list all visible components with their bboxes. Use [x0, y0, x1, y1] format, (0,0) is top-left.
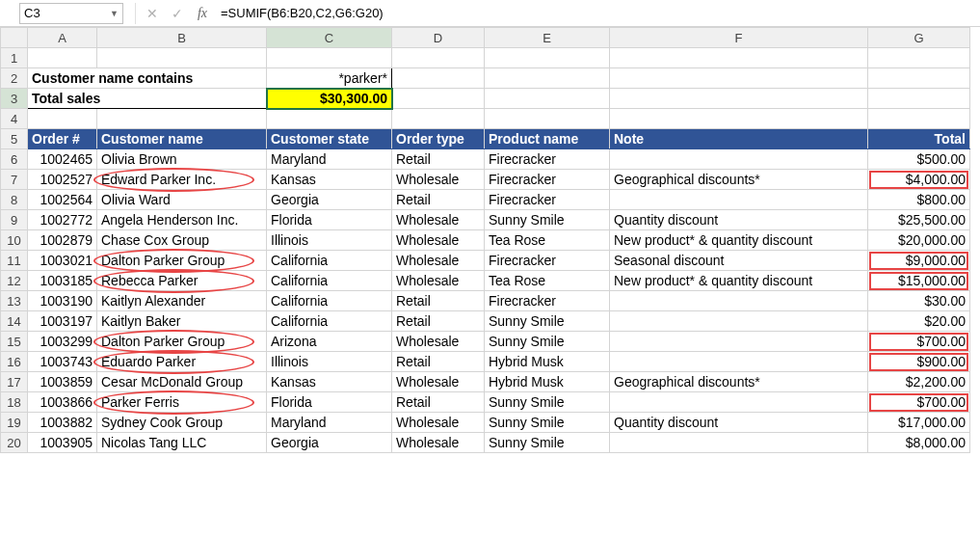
cell[interactable]: [610, 89, 868, 109]
row-header-3[interactable]: 3: [1, 89, 28, 109]
cell-total[interactable]: $20,000.00: [868, 230, 970, 251]
cell[interactable]: [485, 89, 610, 109]
cell-total[interactable]: $2,200.00: [868, 372, 970, 392]
cell-state[interactable]: Arizona: [267, 332, 392, 352]
cell-order[interactable]: 1002527: [28, 170, 97, 190]
cell-state[interactable]: California: [267, 291, 392, 311]
row-header-8[interactable]: 8: [1, 190, 28, 210]
cell-product[interactable]: Firecracker: [485, 251, 610, 271]
select-all-corner[interactable]: [1, 28, 28, 48]
cell[interactable]: [97, 48, 267, 68]
cell-type[interactable]: Retail: [392, 311, 485, 332]
row-header-13[interactable]: 13: [1, 291, 28, 311]
cell-total[interactable]: $700.00: [868, 332, 970, 352]
cell-customer[interactable]: Eduardo Parker: [97, 352, 267, 372]
cell-type[interactable]: Retail: [392, 190, 485, 210]
cell-type[interactable]: Wholesale: [392, 332, 485, 352]
row-header-1[interactable]: 1: [1, 48, 28, 68]
table-header-note[interactable]: Note: [610, 129, 868, 149]
cell-order[interactable]: 1003882: [28, 413, 97, 433]
cell-total[interactable]: $25,500.00: [868, 210, 970, 230]
cell-state[interactable]: California: [267, 311, 392, 332]
row-header-18[interactable]: 18: [1, 392, 28, 413]
cell-product[interactable]: Tea Rose: [485, 230, 610, 251]
cell-customer[interactable]: Olivia Ward: [97, 190, 267, 210]
cell-total[interactable]: $500.00: [868, 149, 970, 170]
cell-note[interactable]: [610, 392, 868, 413]
row-header-5[interactable]: 5: [1, 129, 28, 149]
cell-total[interactable]: $30.00: [868, 291, 970, 311]
row-header-6[interactable]: 6: [1, 149, 28, 170]
cell-note[interactable]: Geographical discounts*: [610, 170, 868, 190]
cell[interactable]: [610, 48, 868, 68]
cell-note[interactable]: New product* & quantity discount: [610, 230, 868, 251]
table-header-customer[interactable]: Customer name: [97, 129, 267, 149]
cell-order[interactable]: 1002465: [28, 149, 97, 170]
cell-total[interactable]: $15,000.00: [868, 271, 970, 291]
cell[interactable]: [610, 109, 868, 129]
column-header-E[interactable]: E: [485, 28, 610, 48]
row-header-16[interactable]: 16: [1, 352, 28, 372]
cell-product[interactable]: Sunny Smile: [485, 210, 610, 230]
cell-customer[interactable]: Edward Parker Inc.: [97, 170, 267, 190]
cell-type[interactable]: Wholesale: [392, 251, 485, 271]
cell-customer[interactable]: Kaitlyn Baker: [97, 311, 267, 332]
row-header-10[interactable]: 10: [1, 230, 28, 251]
row-header-17[interactable]: 17: [1, 372, 28, 392]
cell-note[interactable]: Geographical discounts*: [610, 372, 868, 392]
row-header-14[interactable]: 14: [1, 311, 28, 332]
cell-note[interactable]: [610, 433, 868, 453]
cell-order[interactable]: 1003859: [28, 372, 97, 392]
formula-input[interactable]: [215, 3, 980, 24]
cell-product[interactable]: Sunny Smile: [485, 413, 610, 433]
label-total-sales[interactable]: Total sales: [28, 89, 267, 109]
column-header-G[interactable]: G: [868, 28, 970, 48]
cell-product[interactable]: Sunny Smile: [485, 311, 610, 332]
cell-product[interactable]: Hybrid Musk: [485, 352, 610, 372]
cell-state[interactable]: Florida: [267, 392, 392, 413]
cell[interactable]: [485, 48, 610, 68]
cell-note[interactable]: [610, 291, 868, 311]
table-header-total[interactable]: Total: [868, 129, 970, 149]
cell-total[interactable]: $800.00: [868, 190, 970, 210]
fx-icon[interactable]: fx: [190, 6, 215, 21]
cell-total[interactable]: $700.00: [868, 392, 970, 413]
cell-state[interactable]: Maryland: [267, 413, 392, 433]
table-header-state[interactable]: Customer state: [267, 129, 392, 149]
label-customer-contains[interactable]: Customer name contains: [28, 68, 267, 89]
cell[interactable]: [28, 48, 97, 68]
row-header-9[interactable]: 9: [1, 210, 28, 230]
cell-order[interactable]: 1003021: [28, 251, 97, 271]
cell-type[interactable]: Retail: [392, 149, 485, 170]
cell-state[interactable]: Maryland: [267, 149, 392, 170]
row-header-20[interactable]: 20: [1, 433, 28, 453]
cell[interactable]: [485, 68, 610, 89]
cell-customer[interactable]: Dalton Parker Group: [97, 332, 267, 352]
cell-product[interactable]: Firecracker: [485, 291, 610, 311]
cell-note[interactable]: Quantity discount: [610, 413, 868, 433]
cell[interactable]: [868, 68, 970, 89]
cell-customer[interactable]: Cesar McDonald Group: [97, 372, 267, 392]
cell-order[interactable]: 1003866: [28, 392, 97, 413]
cell-order[interactable]: 1002772: [28, 210, 97, 230]
name-box[interactable]: C3 ▼: [19, 3, 123, 24]
cell-state[interactable]: California: [267, 251, 392, 271]
cell[interactable]: [610, 68, 868, 89]
cell-product[interactable]: Firecracker: [485, 190, 610, 210]
cell[interactable]: [868, 48, 970, 68]
cell-type[interactable]: Retail: [392, 352, 485, 372]
cell-note[interactable]: [610, 311, 868, 332]
row-header-2[interactable]: 2: [1, 68, 28, 89]
cell[interactable]: [28, 109, 97, 129]
cell-order[interactable]: 1003905: [28, 433, 97, 453]
cell-type[interactable]: Wholesale: [392, 372, 485, 392]
cell-product[interactable]: Hybrid Musk: [485, 372, 610, 392]
cell[interactable]: [392, 68, 485, 89]
row-header-4[interactable]: 4: [1, 109, 28, 129]
cell-note[interactable]: Quantity discount: [610, 210, 868, 230]
row-header-7[interactable]: 7: [1, 170, 28, 190]
row-header-19[interactable]: 19: [1, 413, 28, 433]
cell-total[interactable]: $8,000.00: [868, 433, 970, 453]
cell-customer[interactable]: Sydney Cook Group: [97, 413, 267, 433]
cell-type[interactable]: Wholesale: [392, 413, 485, 433]
